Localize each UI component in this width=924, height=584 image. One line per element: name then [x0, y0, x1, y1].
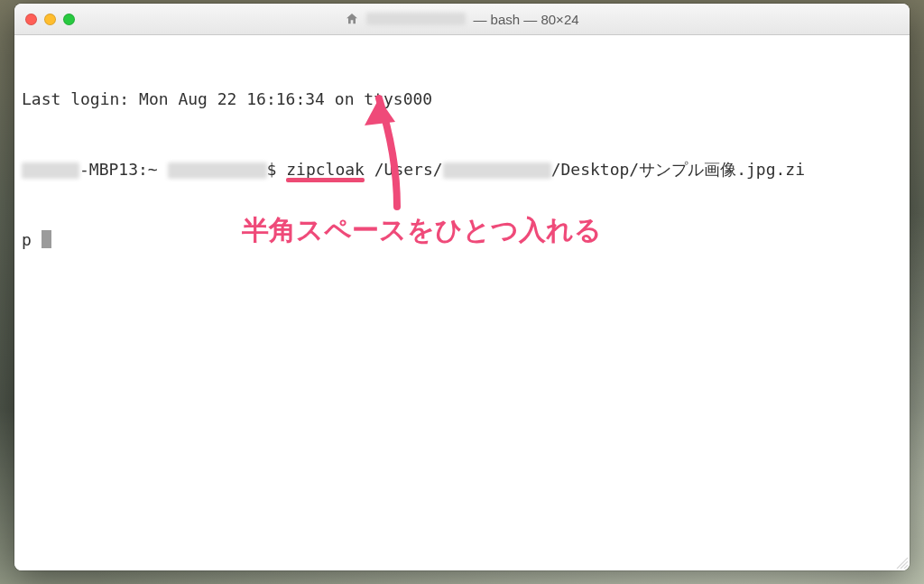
- path-wrap-tail: p: [22, 230, 42, 249]
- last-login-label: Last login:: [22, 89, 139, 108]
- path-users: /Users/: [365, 160, 443, 179]
- last-login-value: Mon Aug 22 16:16:34: [139, 89, 325, 108]
- terminal-cursor: [42, 230, 51, 248]
- title-user-masked: ████████: [366, 13, 466, 25]
- resize-handle[interactable]: [893, 554, 908, 569]
- terminal-content[interactable]: Last login: Mon Aug 22 16:16:34 on ttys0…: [14, 35, 910, 570]
- path-rest: /Desktop/サンプル画像.jpg.zi: [551, 160, 805, 179]
- last-login-tty: on ttys000: [325, 89, 432, 108]
- terminal-window: ████████ — bash — 80×24 Last login: Mon …: [14, 4, 910, 570]
- command-zipcloak: zipcloak: [286, 160, 365, 179]
- hostname-masked: [22, 162, 79, 179]
- window-titlebar[interactable]: ████████ — bash — 80×24: [14, 4, 910, 35]
- title-suffix: — bash — 80×24: [473, 12, 578, 27]
- window-title: ████████ — bash — 80×24: [14, 12, 910, 27]
- terminal-line-2: -MBP13:~ $ zipcloak /Users//Desktop/サンプル…: [22, 158, 902, 181]
- path-user-masked: [443, 162, 551, 179]
- traffic-lights: [25, 14, 75, 25]
- home-icon: [345, 12, 359, 26]
- terminal-text: Last login: Mon Aug 22 16:16:34 on ttys0…: [22, 41, 902, 299]
- svg-line-1: [901, 561, 908, 569]
- username-masked: [168, 162, 267, 179]
- terminal-line-3: p: [22, 228, 902, 252]
- svg-line-2: [904, 565, 908, 569]
- close-button[interactable]: [25, 14, 37, 25]
- minimize-button[interactable]: [44, 14, 56, 25]
- terminal-line-1: Last login: Mon Aug 22 16:16:34 on ttys0…: [22, 88, 902, 111]
- zoom-button[interactable]: [63, 14, 75, 25]
- prompt-dollar: $: [267, 160, 287, 179]
- prompt-host: -MBP13:~: [79, 160, 168, 179]
